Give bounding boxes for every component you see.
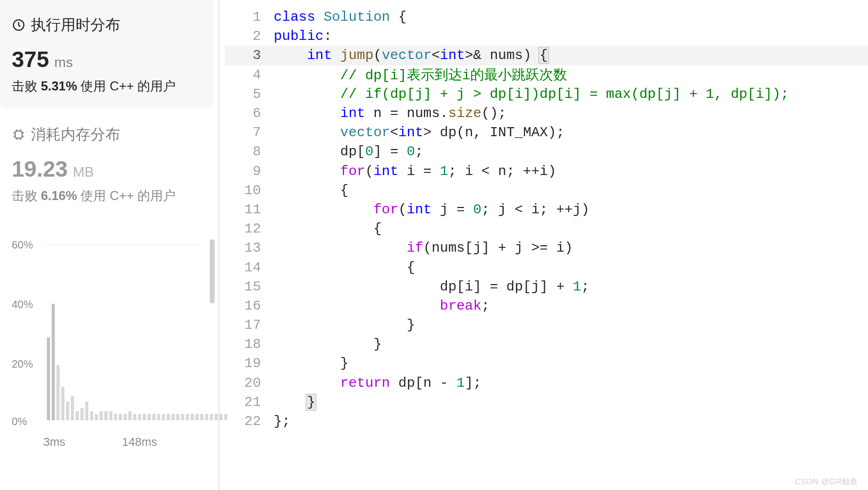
svg-rect-1 [15, 131, 22, 138]
histogram-bar[interactable] [162, 414, 165, 420]
code-text: } [274, 336, 868, 352]
x-tick: 3ms [43, 435, 65, 449]
code-line[interactable]: 17 } [225, 315, 868, 335]
histogram-bar[interactable] [176, 414, 179, 420]
histogram-bar[interactable] [215, 414, 218, 420]
code-text: { [274, 182, 868, 198]
histogram-bar[interactable] [124, 414, 127, 420]
histogram-bar[interactable] [47, 337, 50, 420]
histogram-bar[interactable] [181, 414, 184, 420]
line-number: 15 [225, 279, 274, 295]
code-line[interactable]: 22}; [225, 412, 868, 431]
runtime-unit: ms [54, 54, 73, 71]
histogram-bar[interactable] [200, 414, 203, 420]
memory-header: 消耗内存分布 [12, 124, 201, 145]
histogram-bar[interactable] [56, 365, 60, 420]
code-line[interactable]: 4 // dp[i]表示到达i的最小跳跃次数 [225, 65, 868, 85]
y-tick: 60% [12, 239, 33, 251]
code-line[interactable]: 8 dp[0] = 0; [225, 142, 868, 161]
code-text: class Solution { [274, 9, 868, 25]
line-number: 21 [225, 394, 274, 410]
line-number: 14 [225, 260, 274, 276]
code-line[interactable]: 7 vector<int> dp(n, INT_MAX); [225, 123, 868, 142]
code-line[interactable]: 13 if(nums[j] + j >= i) [225, 238, 868, 258]
histogram-bar[interactable] [205, 414, 208, 420]
line-number: 13 [225, 240, 274, 256]
histogram-bar[interactable] [61, 387, 64, 420]
histogram-bar[interactable] [119, 414, 122, 420]
line-number: 16 [225, 298, 274, 314]
memory-beats-pct: 6.16% [41, 188, 77, 203]
code-line[interactable]: 14 { [225, 258, 868, 277]
histogram-bar[interactable] [90, 411, 93, 420]
code-text: int n = nums.size(); [274, 105, 868, 121]
code-line[interactable]: 16 break; [225, 296, 868, 315]
line-number: 3 [225, 47, 274, 63]
line-number: 5 [225, 86, 274, 102]
histogram-bar[interactable] [100, 411, 103, 420]
histogram-bar[interactable] [133, 414, 136, 420]
histogram-bar[interactable] [76, 411, 79, 420]
code-line[interactable]: 2public: [225, 27, 868, 46]
histogram-bar[interactable] [143, 414, 146, 420]
code-line[interactable]: 12 { [225, 219, 868, 238]
code-line[interactable]: 6 int n = nums.size(); [225, 104, 868, 123]
histogram-bar[interactable] [219, 414, 223, 420]
code-line[interactable]: 18 } [225, 335, 868, 354]
memory-beats: 击败 6.16% 使用 C++ 的用户 [12, 187, 201, 204]
code-text: for(int j = 0; j < i; ++j) [274, 202, 868, 218]
line-number: 2 [225, 28, 274, 44]
code-line[interactable]: 10 { [225, 181, 868, 200]
histogram-bar[interactable] [80, 408, 84, 420]
code-editor[interactable]: 1class Solution {2public:3 int jump(vect… [225, 0, 868, 490]
histogram-bar[interactable] [85, 402, 88, 420]
code-text: int jump(vector<int>& nums) { [274, 47, 868, 63]
x-tick: 148ms [122, 435, 157, 449]
code-line[interactable]: 15 dp[i] = dp[j] + 1; [225, 277, 868, 296]
histogram-bar[interactable] [138, 414, 141, 420]
sidebar-scrollbar-thumb[interactable] [210, 239, 215, 303]
histogram-bar[interactable] [167, 414, 170, 420]
app-root: 执行用时分布 375 ms 击败 5.31% 使用 C++ 的用户 消耗内存分布 [0, 0, 868, 490]
code-text: } [274, 394, 868, 410]
code-line[interactable]: 5 // if(dp[j] + j > dp[i])dp[i] = max(dp… [225, 85, 868, 104]
histogram-bar[interactable] [66, 402, 69, 420]
line-number: 7 [225, 124, 274, 140]
stats-sidebar: 执行用时分布 375 ms 击败 5.31% 使用 C++ 的用户 消耗内存分布 [0, 0, 213, 490]
code-line[interactable]: 19 } [225, 354, 868, 373]
code-line[interactable]: 20 return dp[n - 1]; [225, 373, 868, 393]
y-tick: 0% [12, 416, 27, 428]
line-number: 12 [225, 221, 274, 237]
histogram-bar[interactable] [157, 414, 160, 420]
histogram-bar[interactable] [195, 414, 199, 420]
runtime-metric: 375 ms [12, 47, 201, 72]
histogram-bar[interactable] [52, 304, 55, 420]
code-line[interactable]: 1class Solution { [225, 7, 868, 27]
histogram-bar[interactable] [171, 414, 175, 420]
histogram-bar[interactable] [114, 414, 117, 420]
code-line[interactable]: 3 int jump(vector<int>& nums) { [225, 46, 868, 65]
watermark: CSDN @GR鲸鱼 [795, 477, 858, 487]
code-line[interactable]: 21 } [225, 393, 868, 412]
histogram-bar[interactable] [148, 414, 151, 420]
line-number: 11 [225, 202, 274, 218]
runtime-value: 375 [12, 47, 49, 72]
histogram-bar[interactable] [210, 414, 213, 420]
histogram-bar[interactable] [152, 414, 155, 420]
clock-icon [12, 18, 26, 32]
line-number: 17 [225, 317, 274, 333]
code-line[interactable]: 9 for(int i = 1; i < n; ++i) [225, 162, 868, 181]
line-number: 4 [225, 67, 274, 83]
histogram-bars [47, 236, 201, 420]
histogram-bar[interactable] [104, 411, 108, 420]
histogram-bar[interactable] [186, 414, 189, 420]
histogram-bar[interactable] [109, 411, 112, 420]
code-text: dp[0] = 0; [274, 144, 868, 160]
histogram-bar[interactable] [95, 414, 98, 420]
line-number: 10 [225, 182, 274, 198]
code-line[interactable]: 11 for(int j = 0; j < i; ++j) [225, 200, 868, 219]
histogram-bar[interactable] [128, 411, 132, 420]
chip-icon [12, 128, 26, 142]
histogram-bar[interactable] [191, 414, 194, 420]
histogram-bar[interactable] [71, 396, 74, 420]
